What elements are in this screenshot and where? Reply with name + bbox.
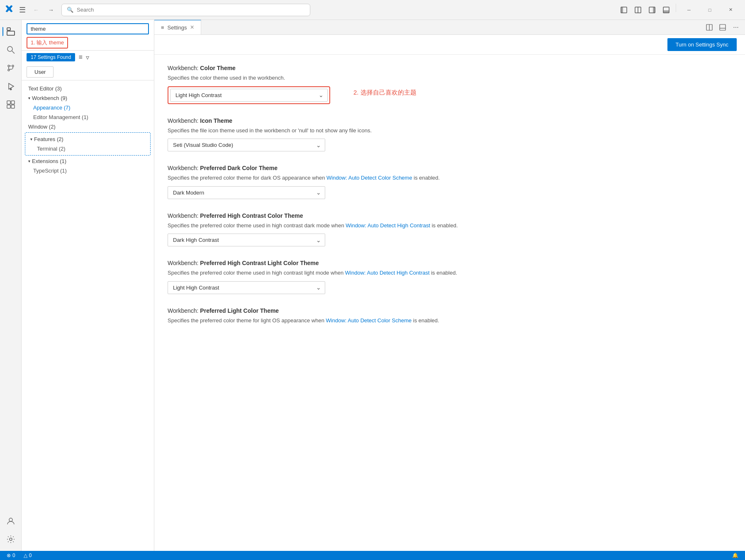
preferred-dark-title-prefix: Workbench: [168,165,200,171]
settings-tab[interactable]: ≡ Settings × [154,20,201,34]
preferred-hc-title: Workbench: Preferred High Contrast Color… [168,212,732,219]
preferred-light-link[interactable]: Window: Auto Detect Color Scheme [326,317,412,324]
warning-count: 0 [29,553,32,558]
more-actions-button[interactable]: ··· [730,22,742,33]
minimize-button[interactable]: ─ [679,4,699,16]
preferred-hc-desc-suffix: is enabled. [430,222,458,229]
filter-icon[interactable]: ≡ [78,54,82,61]
nav-item-typescript[interactable]: TypeScript (1) [22,166,154,175]
toggle-secondary-sidebar[interactable] [646,4,658,16]
preferred-hc-light-dropdown-wrapper: Light High Contrast Default High Contras… [168,281,325,294]
activity-source-control[interactable] [2,60,19,76]
toggle-panel-button[interactable] [717,22,728,33]
annotation-2-text: 2. 选择自己喜欢的主题 [353,89,416,97]
activity-explorer[interactable] [2,23,19,40]
user-tab[interactable]: User [27,66,54,78]
nav-label-workbench: Workbench (9) [32,95,67,101]
preferred-light-title-bold: Preferred Light Color Theme [200,307,279,314]
preferred-hc-title-prefix: Workbench: [168,212,200,219]
preferred-dark-select[interactable]: Dark Modern Default Dark Modern Dark Hig… [168,186,325,199]
icon-theme-title: Workbench: Icon Theme [168,117,732,124]
svg-point-21 [9,518,12,521]
maximize-button[interactable]: □ [700,4,719,16]
nav-group-features: ▾ Features (2) Terminal (2) [25,132,151,156]
preferred-hc-select[interactable]: Dark High Contrast Default High Contrast… [168,234,325,246]
global-search[interactable]: 🔍 [61,4,310,16]
toggle-primary-sidebar[interactable] [618,4,630,16]
icon-theme-select[interactable]: Seti (Visual Studio Code) None Minimal [168,139,325,151]
tab-actions: ··· [700,22,745,33]
preferred-hc-link[interactable]: Window: Auto Detect High Contrast [346,222,430,229]
color-theme-dropdown-wrapper: Light High Contrast Default Dark Modern … [170,89,328,102]
forward-button[interactable]: → [45,4,57,16]
chevron-down-icon-features: ▾ [30,137,32,141]
preferred-hc-light-select[interactable]: Light High Contrast Default High Contras… [168,281,325,294]
svg-rect-20 [11,105,15,108]
nav-label-editor-mgmt: Editor Management (1) [33,114,88,120]
statusbar-right: 🔔 [730,553,740,558]
color-theme-desc-text: Specifies the color theme used in the wo… [168,75,285,81]
activity-account[interactable] [2,513,19,529]
global-search-input[interactable] [77,7,305,13]
nav-label-window: Window (2) [28,124,56,130]
toggle-panel[interactable] [660,4,672,16]
nav-label-extensions: Extensions (1) [32,158,66,164]
sidebar-search-area: 1. 输入 theme [22,20,154,51]
back-button[interactable]: ← [30,4,42,16]
preferred-hc-dropdown-wrapper: Dark High Contrast Default High Contrast… [168,234,325,246]
activity-run[interactable] [2,78,19,95]
nav-item-window[interactable]: Window (2) [22,122,154,131]
error-icon: ⊗ [7,553,11,558]
preferred-dark-title-bold: Preferred Dark Color Theme [200,165,278,171]
activitybar [0,20,22,551]
chevron-down-icon-ext: ▾ [28,159,30,163]
titlebar: ☰ ← → 🔍 ─ □ ✕ [0,0,745,20]
color-theme-select[interactable]: Light High Contrast Default Dark Modern … [170,89,328,102]
activity-extensions[interactable] [2,96,19,113]
user-tab-area: User [22,64,154,80]
close-button[interactable]: ✕ [721,4,740,16]
error-count: 0 [12,553,15,558]
preferred-hc-light-link[interactable]: Window: Auto Detect High Contrast [345,270,430,276]
preferred-hc-light-desc-suffix: is enabled. [430,270,458,276]
statusbar-notifications[interactable]: 🔔 [730,553,740,558]
preferred-dark-desc: Specifies the preferred color theme for … [168,174,732,182]
svg-point-10 [7,46,12,51]
color-theme-title-prefix: Workbench: [168,65,200,71]
turn-on-settings-sync-button[interactable]: Turn on Settings Sync [667,38,737,51]
statusbar-warnings[interactable]: △ 0 [22,553,34,558]
activity-search[interactable] [2,41,19,58]
settings-tab-close[interactable]: × [190,24,194,31]
titlebar-actions: ─ □ ✕ [618,4,740,16]
nav-item-terminal[interactable]: Terminal (2) [25,144,150,153]
preferred-light-desc-suffix: is enabled. [411,317,439,324]
settings-search-input[interactable] [31,26,145,32]
nav-item-features[interactable]: ▾ Features (2) [25,134,150,144]
icon-theme-desc: Specifies the file icon theme used in th… [168,127,732,135]
nav-item-workbench[interactable]: ▾ Workbench (9) [22,93,154,103]
nav-item-editor-mgmt[interactable]: Editor Management (1) [22,112,154,122]
toggle-editor-group[interactable] [632,4,644,16]
nav-item-text-editor[interactable]: Text Editor (3) [22,84,154,93]
settings-found-bar: 17 Settings Found ≡ ▿ [22,51,154,64]
color-theme-title: Workbench: Color Theme [168,65,732,71]
preferred-dark-link[interactable]: Window: Auto Detect Color Scheme [326,175,412,181]
nav-label-appearance: Appearance (7) [33,105,71,111]
split-editor-button[interactable] [704,22,715,33]
icon-theme-dropdown-wrapper: Seti (Visual Studio Code) None Minimal ⌄ [168,139,325,151]
preferred-hc-light-title-bold: Preferred High Contrast Light Color Them… [200,260,319,266]
preferred-light-title-prefix: Workbench: [168,307,200,314]
color-theme-desc: Specifies the color theme used in the wo… [168,74,732,82]
setting-preferred-dark: Workbench: Preferred Dark Color Theme Sp… [168,165,732,199]
menu-icon[interactable]: ☰ [19,5,26,15]
settings-search-box[interactable] [27,23,149,34]
statusbar-errors[interactable]: ⊗ 0 [5,553,17,558]
activity-settings[interactable] [2,531,19,548]
svg-rect-19 [7,105,10,108]
nav-item-extensions[interactable]: ▾ Extensions (1) [22,156,154,166]
annotation-1-text: 1. 输入 theme [31,39,64,46]
nav-item-appearance[interactable]: Appearance (7) [22,103,154,112]
svg-rect-18 [11,101,15,104]
tab-header: ≡ Settings × ··· [154,20,745,35]
funnel-icon[interactable]: ▿ [86,54,89,61]
